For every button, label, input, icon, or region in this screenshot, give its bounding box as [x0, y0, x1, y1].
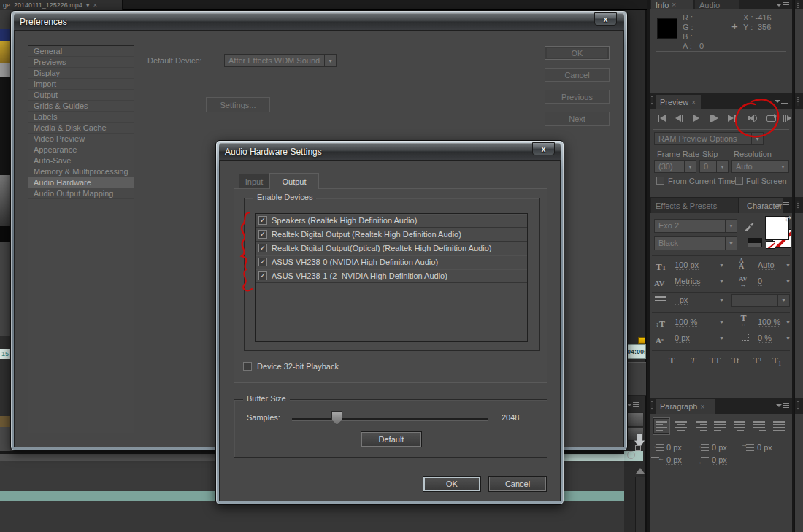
indent-left-margin-value[interactable]: 0 px — [666, 443, 682, 452]
audio-mute-button[interactable] — [745, 113, 760, 123]
docked-strip-header[interactable] — [795, 93, 803, 109]
slider-track[interactable] — [292, 418, 488, 420]
font-family-dropdown[interactable]: Exo 2 ▼ — [654, 219, 737, 233]
black-white-swatch[interactable] — [748, 238, 762, 247]
panel-menu-icon[interactable] — [776, 201, 789, 209]
panel-menu-icon[interactable] — [775, 98, 788, 105]
font-style-dropdown[interactable]: Black ▼ — [654, 236, 737, 250]
justify-last-center-button[interactable] — [731, 417, 749, 435]
tsume-value[interactable]: 0 % — [758, 334, 772, 343]
tab-input[interactable]: Input — [239, 174, 269, 189]
audio-hw-cancel-button[interactable]: Cancel — [489, 477, 546, 491]
step-back-button[interactable] — [672, 113, 686, 123]
tab-preview[interactable]: Preview × — [656, 95, 701, 109]
pref-category-audio-output-mapping[interactable]: Audio Output Mapping — [28, 188, 134, 199]
pref-category-grids[interactable]: Grids & Guides — [28, 101, 134, 112]
ram-preview-button[interactable] — [780, 113, 794, 123]
dropdown-arrow-icon[interactable]: ▼ — [785, 320, 791, 325]
pref-category-output[interactable]: Output — [28, 90, 134, 101]
tab-audio[interactable]: Audio — [695, 0, 739, 9]
timeline-marker[interactable] — [638, 337, 645, 344]
scrollbar-track[interactable] — [635, 477, 645, 532]
pref-category-labels[interactable]: Labels — [28, 112, 134, 123]
tab-close-icon[interactable]: × — [700, 403, 704, 411]
panel-menu-icon[interactable] — [626, 401, 639, 409]
skip-dropdown[interactable]: 0 ▼ — [699, 160, 729, 173]
device-checkbox-checked[interactable]: ✓ — [258, 244, 267, 252]
pref-cancel-button[interactable]: Cancel — [545, 68, 610, 82]
docked-strip-header[interactable] — [795, 197, 803, 213]
panel-menu-icon[interactable] — [776, 1, 789, 9]
pref-category-media-cache[interactable]: Media & Disk Cache — [28, 123, 134, 134]
vertical-scale-value[interactable]: 100 % — [675, 317, 697, 327]
indent-first-line-value[interactable]: 0 px — [757, 443, 772, 452]
ram-preview-options-dropdown[interactable]: RAM Preview Options ▼ — [654, 132, 764, 145]
space-after-value[interactable]: 0 px — [712, 455, 727, 465]
align-center-button[interactable] — [672, 417, 690, 435]
pref-category-audio-hardware[interactable]: Audio Hardware — [28, 177, 134, 188]
dropdown-arrow-icon[interactable]: ▼ — [719, 279, 724, 284]
device-32bit-checkbox[interactable] — [243, 362, 252, 371]
indent-right-margin-value[interactable]: 0 px — [666, 455, 682, 465]
dropdown-arrow-icon[interactable]: ▼ — [719, 336, 724, 341]
preferences-close-button[interactable]: x — [594, 12, 617, 26]
footage-tab-close-icon[interactable]: × — [93, 1, 97, 9]
small-caps-button[interactable]: Tt — [731, 355, 739, 366]
no-fill-swatch[interactable] — [766, 241, 775, 249]
pref-previous-button[interactable]: Previous — [545, 90, 610, 104]
docked-strip-header[interactable] — [795, 398, 803, 414]
dropdown-arrow-icon[interactable]: ▼ — [785, 263, 791, 268]
pref-next-button[interactable]: Next — [545, 112, 610, 126]
go-to-end-button[interactable] — [724, 113, 739, 123]
footage-tab-dropdown-icon[interactable]: ▼ — [85, 3, 91, 8]
resolution-dropdown[interactable]: Auto ▼ — [731, 160, 789, 173]
stroke-style-dropdown[interactable]: ▼ — [731, 294, 790, 307]
scroll-up-icon[interactable] — [636, 468, 645, 474]
tab-close-icon[interactable]: × — [672, 1, 676, 9]
dropdown-arrow-icon[interactable]: ▼ — [785, 279, 791, 284]
dropdown-arrow-icon[interactable]: ▼ — [719, 298, 724, 303]
pref-category-video-preview[interactable]: Video Preview — [28, 134, 134, 144]
slider-thumb[interactable] — [331, 411, 342, 425]
footage-tab[interactable]: ge: 20140111_125226.mp4 ▼ × — [0, 0, 123, 10]
audio-hw-titlebar[interactable]: Audio Hardware Settings — [219, 143, 561, 160]
align-right-button[interactable] — [692, 417, 710, 435]
tab-info[interactable]: Info × — [651, 0, 694, 9]
tab-paragraph[interactable]: Paragraph × — [656, 399, 715, 414]
tab-effects-presets[interactable]: Effects & Presets — [651, 198, 738, 213]
go-to-start-button[interactable] — [654, 113, 669, 123]
device-row[interactable]: ✓ Realtek Digital Output(Optical) (Realt… — [256, 242, 527, 255]
dropdown-arrow-icon[interactable]: ▼ — [719, 320, 724, 325]
panel-menu-icon[interactable] — [776, 402, 789, 409]
faux-bold-button[interactable]: T — [669, 355, 675, 366]
panel-grip[interactable] — [651, 401, 653, 410]
space-before-value[interactable]: 0 px — [712, 443, 727, 452]
docked-strip-header[interactable] — [795, 0, 803, 9]
pref-ok-button[interactable]: OK — [545, 46, 610, 60]
default-device-dropdown[interactable]: After Effects WDM Sound ▼ — [224, 54, 337, 67]
justify-last-right-button[interactable] — [751, 417, 769, 435]
justify-last-left-button[interactable] — [712, 417, 729, 435]
font-size-value[interactable]: 100 px — [675, 261, 699, 270]
preferences-titlebar[interactable]: Preferences — [14, 13, 624, 30]
pref-category-auto-save[interactable]: Auto-Save — [28, 155, 134, 166]
panel-grip[interactable] — [651, 96, 653, 105]
all-caps-button[interactable]: TT — [710, 355, 720, 366]
device-row[interactable]: ✓ ASUS VH238-1 (2- NVIDIA High Definitio… — [256, 269, 527, 283]
play-button[interactable] — [689, 113, 704, 123]
leading-value[interactable]: Auto — [758, 261, 775, 270]
tracking-value[interactable]: 0 — [758, 277, 762, 286]
loop-button[interactable] — [764, 113, 778, 123]
device-checkbox-checked[interactable]: ✓ — [258, 216, 267, 225]
superscript-button[interactable]: T¹ — [753, 355, 762, 366]
frame-rate-dropdown[interactable]: (30) ▼ — [654, 160, 696, 173]
faux-italic-button[interactable]: T — [691, 355, 696, 366]
device-checkbox-checked[interactable]: ✓ — [258, 271, 267, 280]
stroke-width-value[interactable]: - px — [675, 296, 688, 305]
pref-category-appearance[interactable]: Appearance — [28, 144, 134, 155]
audio-hw-ok-button[interactable]: OK — [423, 477, 480, 491]
pref-category-display[interactable]: Display — [28, 68, 134, 79]
settings-button[interactable]: Settings... — [206, 97, 270, 112]
pref-category-import[interactable]: Import — [28, 79, 134, 90]
device-row[interactable]: ✓ Realtek Digital Output (Realtek High D… — [256, 228, 527, 242]
